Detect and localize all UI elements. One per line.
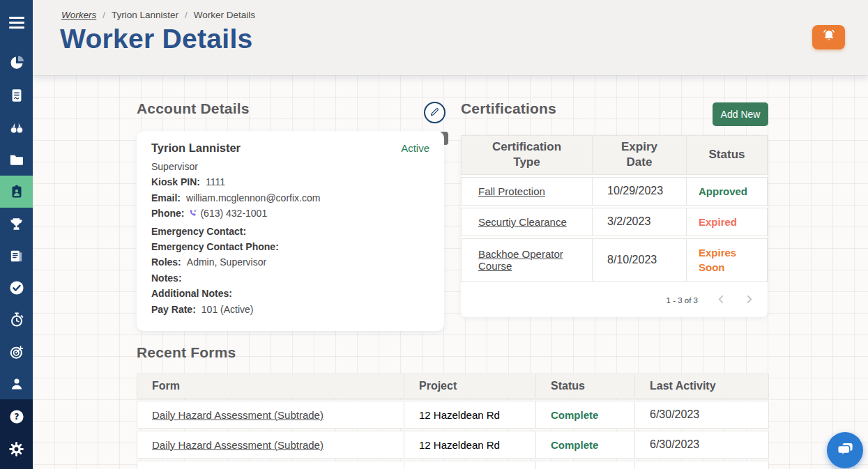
main-content: Account Details Edit Tyrion Lannister Ac… bbox=[33, 75, 868, 469]
field-notes: Notes: bbox=[151, 270, 429, 286]
target-icon bbox=[8, 344, 25, 360]
sidebar-item-projects[interactable] bbox=[0, 144, 33, 176]
field-label: Phone: bbox=[151, 208, 184, 219]
field-label: Emergency Contact Phone: bbox=[151, 241, 279, 252]
certification-status: Approved bbox=[687, 177, 768, 206]
bell-icon bbox=[821, 29, 837, 46]
form-document-icon bbox=[9, 88, 24, 103]
chevron-left-icon bbox=[717, 295, 726, 306]
worker-name: Tyrion Lannister bbox=[151, 141, 241, 155]
field-value: (613) 432-1001 bbox=[200, 208, 267, 219]
sidebar-item-time-tracking[interactable] bbox=[0, 304, 33, 336]
pencil-icon bbox=[429, 106, 441, 120]
sidebar-item-profile[interactable] bbox=[0, 368, 33, 400]
breadcrumb: Workers / Tyrion Lannister / Worker Deta… bbox=[61, 10, 255, 20]
sidebar-item-goals[interactable] bbox=[0, 336, 33, 368]
recent-forms-heading: Recent Forms bbox=[137, 344, 236, 361]
field-label: Kiosk PIN: bbox=[151, 176, 200, 187]
notifications-button[interactable] bbox=[812, 25, 845, 49]
sidebar-item-approvals[interactable] bbox=[0, 272, 33, 304]
breadcrumb-separator: / bbox=[102, 10, 105, 20]
form-project: 12 Hazeldean Rd bbox=[404, 431, 536, 459]
column-header-last-activity: Last Activity bbox=[635, 374, 769, 399]
svg-text:?: ? bbox=[14, 411, 19, 422]
sidebar-item-certifications[interactable] bbox=[0, 208, 33, 240]
person-icon bbox=[8, 376, 25, 392]
stopwatch-icon bbox=[8, 312, 25, 328]
sidebar-item-forms[interactable] bbox=[0, 79, 33, 112]
trophy-icon bbox=[8, 216, 24, 232]
sidebar: ? bbox=[0, 0, 33, 469]
sidebar-item-lookahead[interactable] bbox=[0, 112, 33, 144]
pagination-prev-button[interactable] bbox=[717, 295, 726, 306]
certifications-heading: Certifications bbox=[461, 100, 556, 117]
phone-incoming-icon bbox=[188, 208, 199, 223]
column-header-status: Status bbox=[687, 135, 768, 175]
certifications-pagination: 1 - 3 of 3 bbox=[461, 284, 768, 317]
certification-status: Expires Soon bbox=[687, 238, 768, 282]
field-label: Additional Notes: bbox=[151, 288, 232, 299]
field-label: Pay Rate: bbox=[151, 304, 196, 315]
field-phone: Phone:(613) 432-1001 bbox=[151, 206, 429, 223]
worker-status-badge: Active bbox=[401, 142, 429, 154]
field-roles: Roles:Admin, Supervisor bbox=[151, 254, 429, 270]
certification-link[interactable]: Backhoe Operator Course bbox=[478, 248, 563, 272]
chat-bubbles-icon bbox=[836, 440, 855, 461]
id-badge-icon bbox=[8, 183, 25, 200]
folder-icon bbox=[8, 152, 24, 168]
pagination-next-button[interactable] bbox=[745, 295, 754, 306]
form-status: Complete bbox=[536, 431, 635, 459]
page-title: Worker Details bbox=[60, 24, 253, 54]
certification-link[interactable]: Fall Protection bbox=[478, 185, 545, 197]
field-emergency-contact: Emergency Contact: bbox=[151, 224, 429, 239]
column-header-project: Project bbox=[404, 374, 536, 399]
form-row: Daily Hazard Assessment (Subtrade) 12 Ha… bbox=[137, 461, 769, 469]
chevron-right-icon bbox=[745, 295, 754, 306]
menu-icon bbox=[9, 17, 24, 29]
form-link[interactable]: Daily Hazard Assessment (Subtrade) bbox=[152, 409, 323, 421]
chat-launcher-button[interactable] bbox=[827, 432, 863, 468]
column-header-certification-type: Certification Type bbox=[461, 135, 593, 175]
certification-row: Fall Protection 10/29/2023 Approved bbox=[461, 177, 768, 206]
form-project: 12 Hazeldean Rd bbox=[404, 401, 536, 429]
add-new-certification-button[interactable]: Add New bbox=[713, 102, 768, 126]
sidebar-item-workers[interactable] bbox=[0, 176, 33, 208]
form-last-activity: 6/30/2023 bbox=[635, 431, 769, 459]
sidebar-item-help[interactable]: ? bbox=[0, 401, 33, 433]
field-email: Email:william.mcglennon@corfix.com bbox=[151, 190, 429, 206]
certification-link[interactable]: Securtiy Clearance bbox=[478, 216, 567, 228]
account-details-heading: Account Details bbox=[137, 100, 250, 117]
sidebar-item-dashboard[interactable] bbox=[0, 47, 33, 79]
column-header-expiry-date: Expiry Date bbox=[593, 135, 687, 175]
form-last-activity: 6/30/2023 bbox=[635, 401, 769, 429]
form-link[interactable]: Daily Hazard Assessment (Subtrade) bbox=[152, 439, 323, 451]
edit-account-button[interactable] bbox=[424, 102, 446, 123]
form-last-activity bbox=[635, 461, 769, 469]
field-value: Admin, Supervisor bbox=[187, 256, 266, 268]
binoculars-icon bbox=[8, 119, 25, 136]
field-label: Roles: bbox=[151, 256, 181, 268]
form-row: Daily Hazard Assessment (Subtrade) 12 Ha… bbox=[137, 431, 769, 459]
menu-button[interactable] bbox=[0, 9, 33, 37]
sidebar-item-reports[interactable] bbox=[0, 240, 33, 272]
check-circle-icon bbox=[8, 279, 25, 296]
worker-subtitle: Supervisor bbox=[151, 159, 429, 174]
sidebar-item-settings[interactable] bbox=[0, 433, 33, 465]
field-additional-notes: Additional Notes: bbox=[151, 286, 429, 301]
field-label: Emergency Contact: bbox=[151, 226, 246, 237]
report-icon bbox=[8, 248, 24, 264]
certifications-card: Certification Type Expiry Date Status Fa… bbox=[461, 135, 768, 317]
field-value: 1111 bbox=[206, 176, 225, 187]
column-header-form-status: Status bbox=[536, 374, 635, 399]
field-value: 101 (Active) bbox=[201, 304, 254, 315]
breadcrumb-workers-link[interactable]: Workers bbox=[61, 10, 96, 20]
field-label: Notes: bbox=[151, 272, 182, 284]
certification-status: Expired bbox=[687, 208, 768, 236]
recent-forms-table: Form Project Status Last Activity Daily … bbox=[137, 371, 769, 469]
field-pay-rate: Pay Rate:101 (Active) bbox=[151, 302, 429, 317]
column-header-form: Form bbox=[137, 374, 404, 399]
breadcrumb-worker-name[interactable]: Tyrion Lannister bbox=[112, 10, 178, 20]
form-row: Daily Hazard Assessment (Subtrade) 12 Ha… bbox=[137, 401, 769, 429]
breadcrumb-separator: / bbox=[185, 10, 188, 20]
breadcrumb-current-page: Worker Details bbox=[194, 10, 255, 20]
